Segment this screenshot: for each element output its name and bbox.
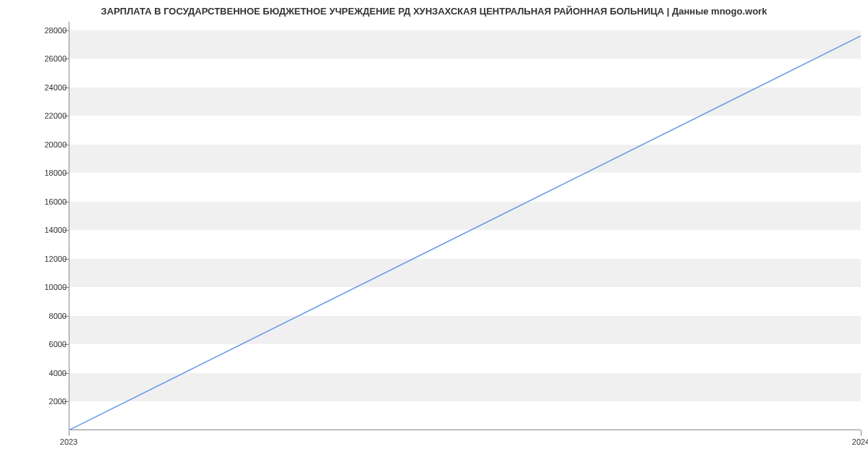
y-axis-label: 16000: [44, 197, 67, 206]
y-axis-label: 18000: [44, 168, 67, 177]
y-axis-label: 20000: [44, 140, 67, 149]
y-axis-label: 24000: [44, 83, 67, 92]
grid-band: [69, 145, 861, 174]
y-axis-label: 4000: [49, 369, 67, 377]
plot-area: [69, 22, 861, 430]
chart-container: ЗАРПЛАТА В ГОСУДАРСТВЕННОЕ БЮДЖЕТНОЕ УЧР…: [0, 0, 868, 470]
x-tick: [861, 430, 861, 436]
x-axis-label: 2024: [852, 437, 868, 446]
grid-band: [69, 373, 861, 402]
y-axis-label: 28000: [44, 26, 67, 35]
y-axis-label: 22000: [44, 111, 67, 120]
y-axis-label: 10000: [44, 283, 67, 291]
grid-band: [69, 316, 861, 345]
y-axis: [69, 22, 69, 430]
y-axis-label: 26000: [44, 54, 67, 63]
x-axis-label: 2023: [60, 437, 77, 446]
grid-band: [69, 87, 861, 116]
y-axis-label: 2000: [49, 397, 67, 406]
grid-band: [69, 202, 861, 231]
y-axis-label: 14000: [44, 226, 67, 234]
y-axis-label: 6000: [49, 340, 67, 349]
grid-band: [69, 30, 861, 59]
grid-band: [69, 259, 861, 288]
x-axis: [69, 430, 861, 430]
chart-title: ЗАРПЛАТА В ГОСУДАРСТВЕННОЕ БЮДЖЕТНОЕ УЧР…: [0, 6, 868, 17]
y-axis-label: 12000: [44, 255, 67, 263]
x-tick: [69, 430, 69, 436]
y-axis-label: 8000: [49, 312, 67, 320]
